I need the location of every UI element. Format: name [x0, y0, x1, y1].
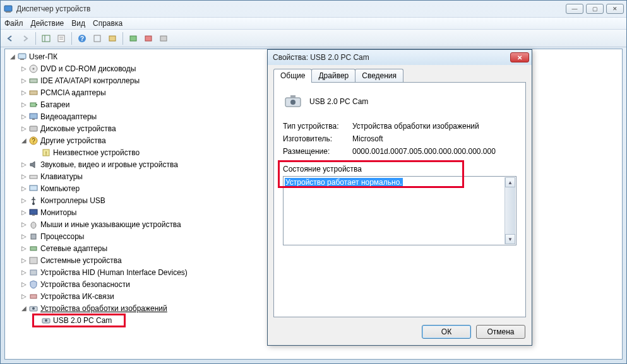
tree-item-label: Контроллеры USB	[40, 196, 105, 205]
svg-text:?: ?	[32, 138, 35, 144]
network-icon	[28, 244, 39, 254]
close-button[interactable]: ✕	[606, 4, 624, 14]
expand-icon[interactable]: ▷	[20, 221, 28, 228]
unknown-device-icon: !	[41, 148, 51, 158]
other-icon: ?	[28, 136, 39, 146]
tab-driver[interactable]: Драйвер	[311, 69, 355, 83]
svg-point-43	[45, 319, 47, 322]
expand-icon[interactable]: ▷	[20, 245, 28, 252]
expand-icon[interactable]: ▷	[20, 233, 28, 240]
svg-rect-38	[30, 270, 37, 275]
dialog-titlebar[interactable]: Свойства: USB 2.0 PC Cam ✕	[268, 50, 532, 65]
tree-item[interactable]: ▷Устройства HID (Human Interface Devices…	[6, 266, 259, 278]
device-tree[interactable]: ◢ User-ПК ▷DVD и CD-ROM дисководы▷IDE AT…	[6, 50, 259, 358]
expand-icon[interactable]: ▷	[20, 197, 28, 204]
tree-usb-camera[interactable]: USB 2.0 PC Cam	[6, 314, 259, 326]
expand-icon[interactable]: ▷	[20, 113, 28, 120]
expand-icon[interactable]: ▷	[20, 101, 28, 108]
tree-item[interactable]: ▷Устройства безопасности	[6, 278, 259, 290]
tree-item-label: Устройства HID (Human Interface Devices)	[40, 268, 188, 277]
pcmcia-icon	[28, 88, 39, 98]
titlebar: Диспетчер устройств — ▢ ✕	[1, 1, 626, 17]
tree-item[interactable]: ▷Батареи	[6, 98, 259, 110]
tree-item[interactable]: ▷Компьютер	[6, 182, 259, 194]
scrollbar-up-icon[interactable]: ▲	[505, 177, 515, 187]
svg-rect-36	[30, 247, 37, 250]
cancel-button[interactable]: Отмена	[476, 325, 525, 339]
update-driver-button[interactable]	[126, 32, 140, 45]
tree-root-label: User-ПК	[29, 52, 57, 61]
tree-item[interactable]: ▷Мониторы	[6, 206, 259, 218]
tree-item[interactable]: ▷Клавиатуры	[6, 170, 259, 182]
tree-item[interactable]: ▷IDE ATA/ATAPI контроллеры	[6, 74, 259, 86]
tree-unknown-device[interactable]: ! Неизвестное устройство	[6, 146, 259, 158]
expand-icon[interactable]: ▷	[20, 185, 28, 192]
collapse-icon[interactable]: ◢	[20, 305, 28, 312]
help-button[interactable]: ?	[75, 32, 89, 45]
tree-item[interactable]: ▷Системные устройства	[6, 254, 259, 266]
tree-imaging-devices[interactable]: ◢ Устройства обработки изображений	[6, 302, 259, 314]
scrollbar-down-icon[interactable]: ▼	[505, 234, 515, 244]
device-name: USB 2.0 PC Cam	[309, 97, 368, 106]
scan-button[interactable]	[105, 32, 119, 45]
show-hide-tree-button[interactable]	[39, 32, 53, 45]
expand-icon[interactable]: ▷	[20, 173, 28, 180]
tree-item[interactable]: ▷Видеоадаптеры	[6, 110, 259, 122]
tree-item[interactable]: ▷Процессоры	[6, 230, 259, 242]
collapse-icon[interactable]: ◢	[9, 53, 16, 60]
expand-icon[interactable]: ▷	[20, 269, 28, 276]
disc-icon	[28, 64, 39, 74]
tree-item-label: Мониторы	[40, 208, 76, 217]
tree-item[interactable]: ▷PCMCIA адаптеры	[6, 86, 259, 98]
expand-icon[interactable]: ▷	[20, 281, 28, 288]
properties-button[interactable]	[54, 32, 68, 45]
expand-icon[interactable]: ▷	[20, 161, 28, 168]
tab-details[interactable]: Сведения	[355, 69, 403, 83]
expand-icon[interactable]: ▷	[20, 209, 28, 216]
disable-button[interactable]	[157, 32, 170, 45]
forward-button[interactable]	[18, 32, 32, 45]
tree-item[interactable]: ▷Мыши и иные указывающие устройства	[6, 218, 259, 230]
tree-item-label: Процессоры	[40, 232, 85, 241]
tree-item[interactable]: ▷Сетевые адаптеры	[6, 242, 259, 254]
tree-root[interactable]: ◢ User-ПК	[6, 50, 259, 62]
expand-icon[interactable]: ▷	[20, 257, 28, 264]
expand-icon[interactable]: ▷	[20, 293, 28, 300]
svg-rect-11	[130, 36, 136, 41]
tree-item-label: Видеоадаптеры	[40, 112, 97, 121]
status-scrollbar[interactable]: ▲ ▼	[505, 177, 515, 244]
tree-item[interactable]: ▷Дисковые устройства	[6, 122, 259, 134]
status-textbox[interactable]: Устройство работает нормально. ▲ ▼	[283, 176, 517, 245]
svg-rect-12	[145, 36, 152, 41]
expand-icon[interactable]: ▷	[20, 65, 28, 72]
maximize-button[interactable]: ▢	[586, 4, 604, 14]
back-button[interactable]	[3, 32, 17, 45]
tree-item[interactable]: ▷DVD и CD-ROM дисководы	[6, 62, 259, 74]
collapse-icon[interactable]: ◢	[20, 137, 28, 144]
menubar: Файл Действие Вид Справка	[1, 17, 626, 30]
ok-button[interactable]: ОК	[422, 325, 471, 339]
tree-item[interactable]: ▷Контроллеры USB	[6, 194, 259, 206]
svg-rect-0	[4, 6, 12, 11]
action-button[interactable]	[90, 32, 104, 45]
tree-other-devices[interactable]: ◢ ? Другие устройства	[6, 134, 259, 146]
menu-action[interactable]: Действие	[31, 19, 64, 28]
svg-rect-1	[6, 11, 11, 13]
menu-view[interactable]: Вид	[71, 19, 85, 28]
expand-icon[interactable]: ▷	[20, 77, 28, 84]
tree-item[interactable]: ▷Звуковые, видео и игровые устройства	[6, 158, 259, 170]
uninstall-button[interactable]	[141, 32, 155, 45]
tree-item-label: Компьютер	[40, 184, 80, 193]
dialog-title: Свойства: USB 2.0 PC Cam	[270, 53, 510, 62]
tree-item[interactable]: ▷Устройства ИК-связи	[6, 290, 259, 302]
menu-file[interactable]: Файл	[4, 19, 23, 28]
tab-general[interactable]: Общие	[273, 69, 312, 83]
expand-icon[interactable]: ▷	[20, 125, 28, 132]
expand-icon[interactable]: ▷	[20, 89, 28, 96]
svg-rect-20	[30, 103, 36, 107]
tab-area: Общие Драйвер Сведения USB 2.0 PC Cam Ти…	[273, 69, 526, 317]
minimize-button[interactable]: —	[566, 4, 583, 14]
menu-help[interactable]: Справка	[93, 19, 122, 28]
client-area: ◢ User-ПК ▷DVD и CD-ROM дисководы▷IDE AT…	[4, 49, 623, 360]
dialog-close-button[interactable]: ✕	[510, 52, 529, 62]
